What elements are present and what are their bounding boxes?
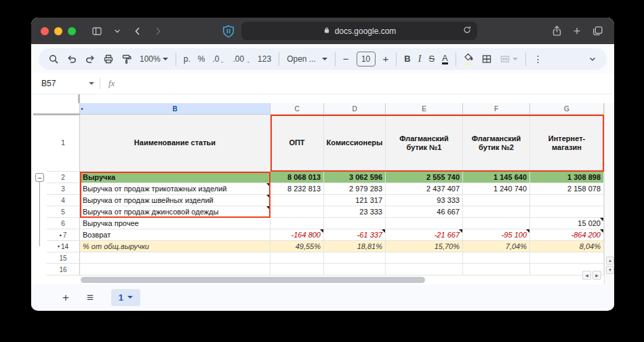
cell-C6[interactable]	[270, 218, 324, 229]
horizontal-scrollbar-thumb[interactable]	[81, 277, 425, 283]
paint-format-icon[interactable]	[121, 54, 132, 64]
cell-E14[interactable]: 15,70%	[386, 241, 463, 252]
cell-G6[interactable]: 15 020	[530, 218, 604, 229]
scroll-down-button[interactable]: ▼	[606, 266, 614, 274]
zoom-select[interactable]: 100%	[140, 54, 168, 64]
currency-format-button[interactable]: p.	[184, 54, 190, 64]
cell-G15[interactable]	[530, 252, 604, 264]
cell-G1[interactable]: Интернет-магазин	[530, 115, 604, 172]
more-options-icon[interactable]: ⋮	[534, 54, 543, 64]
strikethrough-button[interactable]: S	[428, 54, 435, 64]
scroll-up-button[interactable]: ▲	[606, 256, 614, 265]
sheet-tab-1[interactable]: 1	[111, 289, 140, 306]
row-header-5[interactable]: 5	[47, 206, 80, 218]
column-header-D[interactable]: D	[324, 103, 386, 115]
italic-button[interactable]: I	[418, 54, 422, 64]
sheet-tab-chevron-icon[interactable]	[127, 296, 133, 299]
fx-label[interactable]: fx	[108, 78, 115, 89]
cell-B5[interactable]: Выручка от продаж джинсовой одежды	[80, 206, 270, 218]
hidden-column-indicator-icon[interactable]: ▸	[81, 107, 83, 111]
share-icon[interactable]	[549, 23, 564, 39]
cell-C15[interactable]	[270, 252, 324, 264]
cell-C3[interactable]: 8 232 813	[270, 183, 324, 195]
cell-B7[interactable]: Возврат	[80, 229, 270, 241]
group-expand-icon[interactable]: ▴	[60, 233, 62, 237]
cell-C1[interactable]: ОПТ	[270, 115, 324, 172]
row-header-2[interactable]: 2	[47, 172, 80, 183]
cell-B16[interactable]	[80, 264, 270, 276]
row-header-15[interactable]: 15	[47, 252, 80, 264]
decrease-decimals-button[interactable]: .0←	[212, 54, 225, 64]
cell-F7[interactable]: -95 100	[463, 229, 530, 241]
cell-B3[interactable]: Выручка от продаж трикотажных изделий	[80, 183, 270, 195]
cell-F2[interactable]: 1 145 640	[463, 172, 530, 183]
column-header-F[interactable]: F	[463, 103, 530, 115]
increase-decimals-button[interactable]: .00→	[233, 54, 250, 64]
cell-D5[interactable]: 23 333	[324, 206, 386, 218]
cell-D15[interactable]	[324, 252, 386, 264]
cell-D3[interactable]: 2 979 283	[324, 183, 386, 195]
cell-B6[interactable]: Выручка прочее	[80, 218, 270, 229]
cell-C14[interactable]: 49,55%	[270, 241, 324, 252]
scroll-left-button[interactable]: ◀	[582, 271, 591, 280]
cell-F6[interactable]	[463, 218, 530, 229]
cell-E1[interactable]: Флагманский бутик №1	[386, 115, 463, 172]
percent-format-button[interactable]: %	[198, 54, 205, 64]
row-header-4[interactable]: 4	[47, 195, 80, 206]
cell-G14[interactable]: 8,04%	[530, 241, 604, 252]
cell-E3[interactable]: 2 437 407	[386, 183, 463, 195]
cell-D4[interactable]: 121 317	[324, 195, 386, 206]
row-header-14[interactable]: ▾ 14	[47, 241, 80, 252]
bold-button[interactable]: B	[404, 54, 410, 64]
decrease-font-size-button[interactable]: −	[343, 53, 349, 64]
cell-E7[interactable]: -21 667	[386, 229, 463, 241]
cell-D1[interactable]: Комиссионеры	[324, 115, 386, 172]
address-bar[interactable]: docs.google.com	[241, 22, 477, 40]
add-sheet-button[interactable]: +	[62, 292, 69, 303]
search-icon[interactable]	[48, 54, 59, 64]
redo-icon[interactable]	[85, 54, 96, 64]
cell-G5[interactable]	[530, 206, 604, 218]
more-formats-button[interactable]: 123	[258, 54, 271, 64]
cell-D7[interactable]: -61 337	[324, 229, 386, 241]
cell-G4[interactable]	[530, 195, 604, 206]
row-header-6[interactable]: 6	[47, 218, 80, 229]
cell-C4[interactable]	[270, 195, 324, 206]
cell-E5[interactable]: 46 667	[386, 206, 463, 218]
new-tab-icon[interactable]: +	[569, 23, 584, 39]
cell-D2[interactable]: 3 062 596	[324, 172, 386, 183]
cell-B14[interactable]: % от общ.выручки	[80, 241, 270, 252]
cell-F16[interactable]	[463, 264, 530, 276]
group-expand-icon[interactable]: ▾	[58, 244, 60, 248]
reload-icon[interactable]	[462, 25, 472, 37]
cell-C7[interactable]: -164 800	[270, 229, 324, 241]
cell-C2[interactable]: 8 068 013	[270, 172, 324, 183]
cell-B1[interactable]: Наименование статьи	[80, 115, 270, 172]
cell-D6[interactable]	[324, 218, 386, 229]
print-icon[interactable]	[103, 54, 114, 64]
increase-font-size-button[interactable]: +	[383, 53, 389, 64]
cell-B4[interactable]: Выручка от продаж швейных изделий	[80, 195, 270, 206]
fill-color-button[interactable]	[464, 53, 474, 65]
cell-G2[interactable]: 1 308 898	[530, 172, 604, 183]
cell-C5[interactable]	[270, 206, 324, 218]
cell-F14[interactable]: 7,04%	[463, 241, 530, 252]
undo-icon[interactable]	[66, 54, 77, 64]
cell-D14[interactable]: 18,81%	[324, 241, 386, 252]
cell-E4[interactable]: 93 333	[386, 195, 463, 206]
scroll-right-button[interactable]: ▶	[592, 271, 601, 280]
cell-B15[interactable]	[80, 252, 270, 264]
row-header-7[interactable]: ▴ 7	[47, 229, 80, 241]
font-size-input[interactable]: 10	[357, 52, 376, 66]
name-box[interactable]: B57	[41, 79, 94, 88]
column-header-E[interactable]: E	[386, 103, 463, 115]
horizontal-scrollbar[interactable]	[33, 276, 604, 284]
sidebar-icon[interactable]	[89, 23, 104, 39]
column-header-B[interactable]: ▸ B	[80, 103, 270, 115]
row-header-3[interactable]: 3	[47, 183, 80, 195]
cell-F4[interactable]	[463, 195, 530, 206]
row-group-collapse-button[interactable]: −	[35, 173, 44, 182]
cell-F5[interactable]	[463, 206, 530, 218]
cell-E16[interactable]	[386, 264, 463, 276]
font-select[interactable]: Open ...	[287, 54, 327, 64]
